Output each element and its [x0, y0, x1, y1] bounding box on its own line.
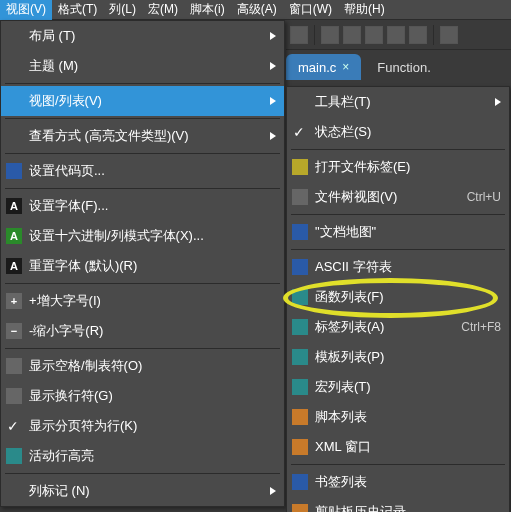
- menu-item[interactable]: 查看方式 (高亮文件类型)(V): [1, 121, 284, 151]
- menu-item[interactable]: 主题 (M): [1, 51, 284, 81]
- menu-separator: [291, 464, 505, 465]
- menu-item-label: 脚本列表: [315, 408, 501, 426]
- menu-item[interactable]: 打开文件标签(E): [287, 152, 509, 182]
- menu-item-label: 显示分页符为行(K): [29, 417, 276, 435]
- active-line-icon: [5, 447, 23, 465]
- macro-list-icon: [291, 378, 309, 396]
- menu-separator: [5, 348, 280, 349]
- tool-icon[interactable]: [409, 26, 427, 44]
- view-list-submenu: 工具栏(T)✓状态栏(S)打开文件标签(E)文件树视图(V)Ctrl+U"文档地…: [286, 86, 510, 512]
- menu-item[interactable]: 标签列表(A)Ctrl+F8: [287, 312, 509, 342]
- menu-item-label: ASCII 字符表: [315, 258, 501, 276]
- menu-item[interactable]: ++增大字号(I): [1, 286, 284, 316]
- tab-label: main.c: [298, 60, 336, 75]
- menu-item-label: 状态栏(S): [315, 123, 501, 141]
- menubar-item[interactable]: 视图(V): [0, 0, 52, 20]
- menu-item-label: 函数列表(F): [315, 288, 501, 306]
- menu-item[interactable]: 脚本列表: [287, 402, 509, 432]
- menu-item[interactable]: ASCII 字符表: [287, 252, 509, 282]
- menu-item[interactable]: XML 窗口: [287, 432, 509, 462]
- menu-item-label: 显示换行符(G): [29, 387, 276, 405]
- menu-item[interactable]: ✓显示分页符为行(K): [1, 411, 284, 441]
- menubar-item[interactable]: 宏(M): [142, 0, 184, 20]
- menu-item[interactable]: "文档地图": [287, 217, 509, 247]
- submenu-arrow-icon: [270, 97, 276, 105]
- menu-item[interactable]: 活动行高亮: [1, 441, 284, 471]
- tab-row: main.c × Function.: [286, 50, 511, 80]
- menubar-item[interactable]: 列(L): [103, 0, 142, 20]
- font-icon: A: [5, 197, 23, 215]
- code-page-icon: [5, 162, 23, 180]
- menu-item[interactable]: 书签列表: [287, 467, 509, 497]
- menu-item[interactable]: A设置十六进制/列模式字体(X)...: [1, 221, 284, 251]
- menubar-item[interactable]: 帮助(H): [338, 0, 391, 20]
- xml-window-icon: [291, 438, 309, 456]
- font-reset-icon: A: [5, 257, 23, 275]
- script-list-icon: [291, 408, 309, 426]
- template-list-icon: [291, 348, 309, 366]
- menubar-item[interactable]: 脚本(i): [184, 0, 231, 20]
- menu-item[interactable]: A设置字体(F)...: [1, 191, 284, 221]
- menu-item-label: 查看方式 (高亮文件类型)(V): [29, 127, 264, 145]
- tab-label: Function.: [377, 60, 430, 75]
- zoom-in-icon: +: [5, 292, 23, 310]
- menu-item-label: 视图/列表(V): [29, 92, 264, 110]
- tool-icon[interactable]: [440, 26, 458, 44]
- tab-function[interactable]: Function.: [365, 54, 442, 80]
- menubar: 视图(V)格式(T)列(L)宏(M)脚本(i)高级(A)窗口(W)帮助(H): [0, 0, 511, 20]
- submenu-arrow-icon: [270, 32, 276, 40]
- menu-item[interactable]: 设置代码页...: [1, 156, 284, 186]
- menu-item[interactable]: A重置字体 (默认)(R): [1, 251, 284, 281]
- eol-icon: [5, 387, 23, 405]
- tool-icon[interactable]: [365, 26, 383, 44]
- menu-separator: [5, 153, 280, 154]
- tree-view-icon: [291, 188, 309, 206]
- check-icon: ✓: [293, 124, 305, 140]
- menu-item[interactable]: 列标记 (N): [1, 476, 284, 506]
- menu-item[interactable]: 显示空格/制表符(O): [1, 351, 284, 381]
- tool-icon[interactable]: [343, 26, 361, 44]
- menu-item[interactable]: 函数列表(F): [287, 282, 509, 312]
- check-icon: ✓: [7, 418, 19, 434]
- menu-separator: [5, 283, 280, 284]
- menu-item[interactable]: 文件树视图(V)Ctrl+U: [287, 182, 509, 212]
- menu-shortcut: Ctrl+U: [467, 190, 501, 204]
- menubar-item[interactable]: 窗口(W): [283, 0, 338, 20]
- menu-item[interactable]: 模板列表(P): [287, 342, 509, 372]
- tool-icon[interactable]: [387, 26, 405, 44]
- menubar-item[interactable]: 格式(T): [52, 0, 103, 20]
- menu-item[interactable]: 工具栏(T): [287, 87, 509, 117]
- menu-separator: [5, 188, 280, 189]
- tab-main-c[interactable]: main.c ×: [286, 54, 361, 80]
- menu-item[interactable]: ✓状态栏(S): [287, 117, 509, 147]
- submenu-arrow-icon: [270, 487, 276, 495]
- submenu-arrow-icon: [270, 132, 276, 140]
- menu-item[interactable]: −-缩小字号(R): [1, 316, 284, 346]
- menubar-item[interactable]: 高级(A): [231, 0, 283, 20]
- toolbar-separator: [314, 25, 315, 45]
- function-list-icon: [291, 288, 309, 306]
- menu-item[interactable]: 宏列表(T): [287, 372, 509, 402]
- menu-item-label: 文件树视图(V): [315, 188, 459, 206]
- zoom-out-icon: −: [5, 322, 23, 340]
- editor-tabstrip: main.c × Function.: [286, 20, 511, 82]
- file-tabs-icon: [291, 158, 309, 176]
- menu-item[interactable]: 显示换行符(G): [1, 381, 284, 411]
- menu-item[interactable]: 视图/列表(V): [1, 86, 284, 116]
- menu-item-label: 活动行高亮: [29, 447, 276, 465]
- tool-icon[interactable]: [290, 26, 308, 44]
- menu-item-label: 设置十六进制/列模式字体(X)...: [29, 227, 276, 245]
- toolbar-separator: [433, 25, 434, 45]
- menu-item-label: 布局 (T): [29, 27, 264, 45]
- menu-separator: [5, 473, 280, 474]
- menu-item[interactable]: 布局 (T): [1, 21, 284, 51]
- menu-separator: [5, 118, 280, 119]
- menu-item[interactable]: 剪贴板历史记录: [287, 497, 509, 512]
- tool-icon[interactable]: [321, 26, 339, 44]
- menu-separator: [291, 214, 505, 215]
- doc-map-icon: [291, 223, 309, 241]
- close-icon[interactable]: ×: [342, 60, 349, 74]
- menu-item-label: 列标记 (N): [29, 482, 264, 500]
- menu-item-label: +增大字号(I): [29, 292, 276, 310]
- submenu-arrow-icon: [270, 62, 276, 70]
